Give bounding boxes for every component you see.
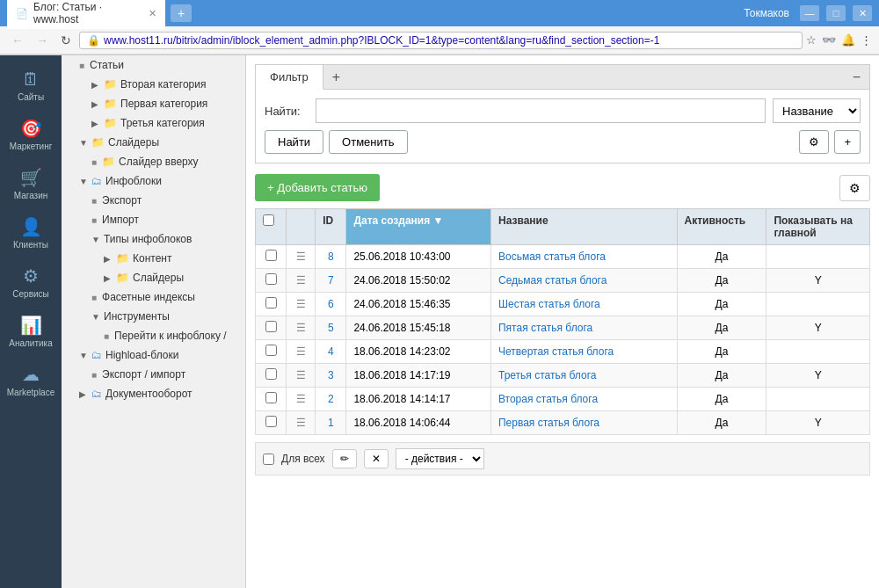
forward-button[interactable]: → (32, 32, 53, 49)
row-menu-icon[interactable]: ☰ (296, 298, 306, 310)
col-header-active[interactable]: Активность (677, 209, 766, 245)
tree-item-content[interactable]: ▶ 📁 Контент (62, 249, 245, 268)
bookmark-icon[interactable]: ☆ (806, 33, 817, 47)
add-article-button[interactable]: + Добавить статью (255, 174, 380, 201)
row-id-link[interactable]: 5 (328, 322, 334, 334)
services-icon: ⚙ (23, 265, 39, 287)
sidebar-item-marketplace[interactable]: ☁ Marketplace (3, 357, 59, 404)
tree-item-export-import[interactable]: ■ Экспорт / импорт (62, 365, 245, 384)
row-checkbox[interactable] (265, 345, 277, 356)
col-header-name[interactable]: Название (490, 209, 677, 245)
row-id-cell: 8 (316, 245, 346, 269)
tree-item-goto[interactable]: ■ Перейти к инфоблоку / (62, 326, 245, 345)
footer-edit-btn[interactable]: ✏ (332, 449, 357, 468)
filter-settings-button[interactable]: ⚙ (799, 130, 829, 154)
row-menu-icon[interactable]: ☰ (296, 345, 306, 358)
table-row: ☰ 4 18.06.2018 14:23:02 Четвертая статья… (256, 340, 870, 364)
filter-tab[interactable]: Фильтр (256, 65, 323, 90)
row-name-link[interactable]: Четвертая статья блога (498, 345, 614, 358)
row-checkbox[interactable] (265, 321, 277, 332)
tree-item-cat2[interactable]: ▶ 📁 Вторая категория (62, 75, 245, 94)
browser-tab[interactable]: 📄 Блог: Статьи · www.host ✕ (7, 0, 165, 29)
row-checkbox[interactable] (265, 392, 277, 403)
minimize-button[interactable]: — (800, 5, 819, 21)
maximize-button[interactable]: □ (826, 5, 846, 21)
search-type-select[interactable]: Название (773, 98, 861, 123)
row-id-link[interactable]: 4 (328, 345, 334, 358)
tree-item-import[interactable]: ■ Импорт (62, 210, 245, 229)
row-name-link[interactable]: Шестая статья блога (498, 298, 600, 310)
row-menu-icon[interactable]: ☰ (296, 274, 306, 287)
tree-item-infoblocks[interactable]: ▼ 🗂 Инфоблоки (62, 171, 245, 191)
extension-icon[interactable]: 👓 (822, 33, 836, 47)
col-header-main[interactable]: Показывать на главной (766, 209, 870, 245)
notification-icon[interactable]: 🔔 (841, 33, 855, 47)
row-checkbox[interactable] (265, 250, 277, 261)
row-name-link[interactable]: Седьмая статья блога (498, 274, 607, 287)
row-name-link[interactable]: Восьмая статья блога (498, 250, 606, 263)
sidebar-item-clients[interactable]: 👤 Клиенты (3, 209, 59, 257)
row-menu-icon[interactable]: ☰ (296, 393, 306, 405)
row-id-cell: 7 (316, 269, 346, 293)
row-menu-icon[interactable]: ☰ (296, 369, 306, 381)
back-button[interactable]: ← (7, 32, 28, 49)
check-all-header[interactable] (263, 214, 274, 226)
find-button[interactable]: Найти (265, 130, 323, 154)
row-checkbox[interactable] (265, 297, 277, 309)
check-all-footer[interactable] (263, 454, 274, 465)
tree-item-export[interactable]: ■ Экспорт (62, 191, 245, 210)
row-id-cell: 6 (316, 293, 346, 316)
tree-item-cat3[interactable]: ▶ 📁 Третья категория (62, 113, 245, 133)
address-bar[interactable]: 🔒 www.host11.ru/bitrix/admin/iblock_elem… (79, 32, 803, 49)
folder-icon: 📁 (116, 252, 129, 265)
row-name-link[interactable]: Пятая статья блога (498, 322, 592, 334)
sidebar-item-marketplace-label: Marketplace (7, 388, 54, 397)
tree-item-types[interactable]: ▼ Типы инфоблоков (62, 229, 245, 249)
row-id-link[interactable]: 7 (328, 274, 334, 287)
row-checkbox[interactable] (265, 368, 277, 380)
tree-item-docs[interactable]: ▶ 🗂 Документооборот (62, 384, 245, 403)
row-menu-icon[interactable]: ☰ (296, 417, 306, 429)
tree-item-sliders2[interactable]: ▶ 📁 Слайдеры (62, 268, 245, 287)
row-active-cell: Да (677, 293, 766, 316)
row-checkbox[interactable] (265, 273, 277, 285)
row-checkbox[interactable] (265, 416, 277, 427)
menu-icon[interactable]: ⋮ (861, 33, 872, 47)
row-id-link[interactable]: 2 (328, 393, 334, 405)
search-input[interactable] (316, 98, 766, 123)
filter-add-button[interactable]: + (834, 130, 861, 154)
row-name-link[interactable]: Третья статья блога (498, 369, 596, 381)
row-id-link[interactable]: 6 (328, 298, 334, 310)
filter-collapse-btn[interactable]: − (844, 66, 869, 89)
sidebar-item-sites[interactable]: 🗓 Сайты (3, 62, 59, 109)
new-tab-button[interactable]: + (171, 4, 192, 22)
row-menu-icon[interactable]: ☰ (296, 322, 306, 334)
row-menu-icon[interactable]: ☰ (296, 250, 306, 263)
table-settings-button[interactable]: ⚙ (839, 175, 870, 201)
row-id-link[interactable]: 3 (328, 369, 334, 381)
tree-item-facet[interactable]: ■ Фасетные индексы (62, 287, 245, 307)
tree-item-stati[interactable]: ■ Статьи (62, 55, 245, 75)
tree-item-highload[interactable]: ▼ 🗂 Highload-блоки (62, 345, 245, 365)
filter-tab-plus-btn[interactable]: + (323, 66, 349, 89)
sidebar-item-analytics[interactable]: 📊 Аналитика (3, 308, 59, 355)
close-button[interactable]: ✕ (853, 5, 872, 21)
actions-select[interactable]: - действия - (396, 448, 484, 469)
reload-button[interactable]: ↻ (56, 32, 76, 49)
footer-delete-btn[interactable]: ✕ (364, 449, 389, 468)
sidebar-item-services[interactable]: ⚙ Сервисы (3, 258, 59, 306)
row-name-link[interactable]: Вторая статья блога (498, 393, 598, 405)
sidebar-item-shop[interactable]: 🛒 Магазин (3, 160, 59, 207)
row-id-link[interactable]: 8 (328, 250, 334, 263)
tree-item-slider-top[interactable]: ■ 📁 Слайдер вверху (62, 152, 245, 171)
cancel-button[interactable]: Отменить (329, 130, 407, 154)
row-id-cell: 2 (316, 388, 346, 411)
tree-item-sliders[interactable]: ▼ 📁 Слайдеры (62, 133, 245, 152)
sidebar-item-marketing[interactable]: 🎯 Маркетинг (3, 111, 59, 158)
row-id-link[interactable]: 1 (328, 417, 334, 429)
col-header-date[interactable]: Дата создания ▼ (346, 209, 491, 245)
tree-item-cat1[interactable]: ▶ 📁 Первая категория (62, 94, 245, 113)
tree-item-tools[interactable]: ▼ Инструменты (62, 307, 245, 326)
tab-close-btn[interactable]: ✕ (149, 8, 156, 19)
row-name-link[interactable]: Первая статья блога (498, 417, 599, 429)
